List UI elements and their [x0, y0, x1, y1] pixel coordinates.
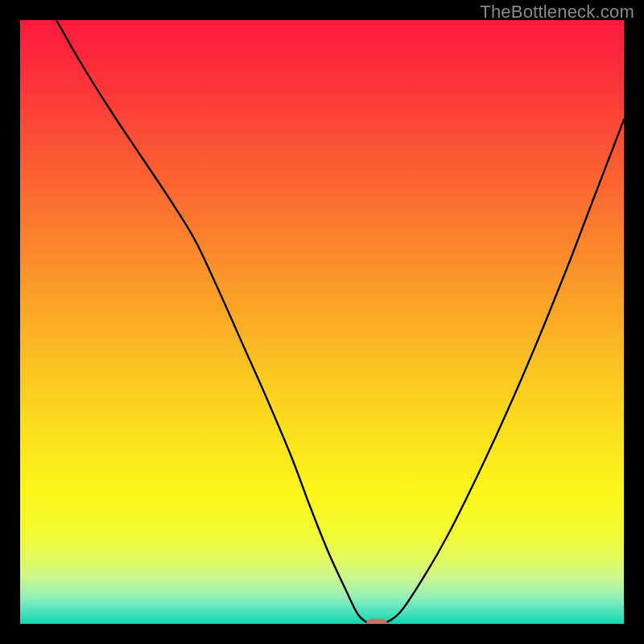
chart-frame: TheBottleneck.com — [0, 0, 644, 644]
plot-svg — [20, 20, 624, 624]
optimum-marker — [366, 619, 387, 625]
plot-area — [20, 20, 624, 624]
